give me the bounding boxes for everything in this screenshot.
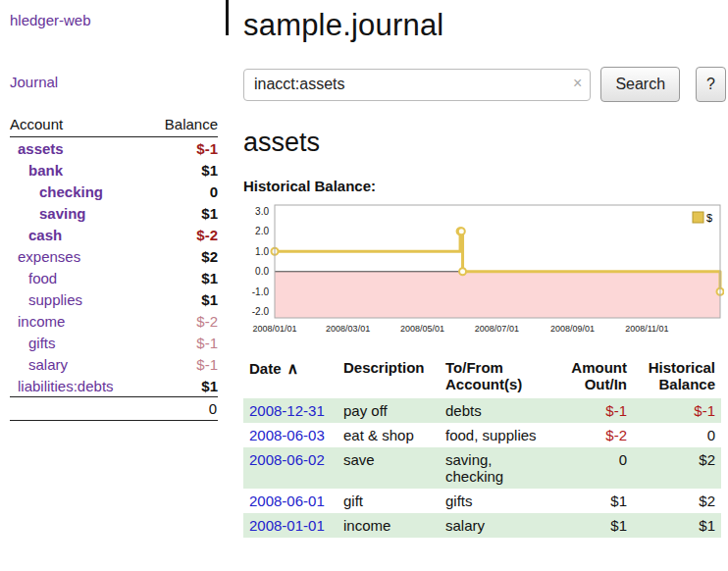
account-row: saving $1 — [10, 202, 218, 224]
svg-text:2008/05/01: 2008/05/01 — [400, 324, 444, 334]
svg-text:3.0: 3.0 — [255, 206, 269, 217]
sidebar-account-assets[interactable]: assets — [10, 140, 64, 157]
account-balance: $1 — [201, 291, 218, 308]
transaction-balance: $-1 — [633, 398, 721, 423]
balance-chart: 3.02.01.00.0-1.0-2.02008/01/012008/03/01… — [243, 200, 724, 339]
transaction-row[interactable]: 2008-12-31 pay off debts $-1 $-1 — [243, 398, 721, 423]
svg-text:2008/11/01: 2008/11/01 — [625, 324, 668, 334]
account-row: expenses $2 — [10, 245, 218, 267]
account-row: liabilities:debts $1 — [10, 375, 218, 396]
transaction-amount: $-2 — [557, 423, 633, 447]
transaction-description: save — [338, 447, 440, 489]
svg-text:$: $ — [706, 212, 712, 224]
account-balance: $-2 — [196, 313, 218, 330]
transaction-amount: 0 — [557, 447, 633, 489]
sidebar-account-salary[interactable]: salary — [10, 356, 68, 373]
transaction-accounts: salary — [440, 513, 557, 538]
transaction-date-link[interactable]: 2008-01-01 — [249, 517, 325, 534]
accounts-total-row: 0 — [10, 396, 218, 421]
svg-text:1.0: 1.0 — [255, 246, 269, 257]
account-balance: 0 — [210, 183, 218, 200]
account-row: assets $-1 — [10, 137, 218, 159]
transaction-accounts: debts — [440, 398, 557, 423]
transaction-date-link[interactable]: 2008-06-01 — [249, 493, 325, 509]
accounts-table-header: Account Balance — [10, 114, 218, 137]
search-input[interactable] — [243, 69, 591, 101]
header-tofrom-accounts: To/From Account(s) — [440, 357, 557, 398]
transaction-description: income — [338, 513, 440, 538]
transactions-header-row: Date∧ Description To/From Account(s) Amo… — [243, 357, 721, 398]
svg-text:2008/07/01: 2008/07/01 — [475, 324, 519, 334]
account-row: bank $1 — [10, 159, 218, 181]
sidebar-account-supplies[interactable]: supplies — [10, 291, 82, 308]
accounts-header-account: Account — [10, 116, 63, 132]
header-date[interactable]: Date∧ — [243, 357, 338, 398]
transaction-date-link[interactable]: 2008-06-02 — [249, 451, 325, 468]
header-description: Description — [338, 357, 440, 398]
sort-ascending-icon[interactable]: ∧ — [287, 360, 299, 377]
sidebar-account-gifts[interactable]: gifts — [10, 335, 56, 351]
clear-search-icon[interactable]: × — [573, 75, 582, 92]
search-button[interactable]: Search — [600, 67, 680, 102]
account-balance: $1 — [201, 162, 218, 179]
transaction-accounts: gifts — [440, 489, 557, 513]
transaction-row[interactable]: 2008-01-01 income salary $1 $1 — [243, 513, 721, 538]
transaction-description: eat & shop — [338, 423, 440, 447]
transaction-accounts: saving, checking — [440, 447, 557, 489]
svg-text:2.0: 2.0 — [255, 226, 269, 236]
account-balance: $1 — [201, 378, 218, 394]
transaction-row[interactable]: 2008-06-02 save saving, checking 0 $2 — [243, 447, 721, 489]
sidebar-account-checking[interactable]: checking — [10, 183, 103, 200]
accounts-table: Account Balance assets $-1 bank $1 check… — [10, 114, 218, 421]
account-balance: $-1 — [196, 335, 218, 351]
svg-text:2008/01/01: 2008/01/01 — [252, 324, 296, 334]
transaction-row[interactable]: 2008-06-03 eat & shop food, supplies $-2… — [243, 423, 721, 447]
svg-text:-1.0: -1.0 — [252, 286, 270, 297]
transaction-row[interactable]: 2008-06-01 gift gifts $1 $2 — [243, 489, 721, 513]
account-row: income $-2 — [10, 310, 218, 332]
sidebar-account-liabilities-debts[interactable]: liabilities:debts — [10, 378, 114, 394]
sidebar-account-saving[interactable]: saving — [10, 205, 86, 222]
transaction-date-link[interactable]: 2008-12-31 — [249, 402, 325, 419]
svg-text:-2.0: -2.0 — [252, 306, 270, 317]
sidebar-account-income[interactable]: income — [10, 313, 65, 330]
search-form: × Search ? — [243, 67, 726, 102]
svg-text:0.0: 0.0 — [255, 266, 269, 277]
transaction-balance: 0 — [633, 423, 721, 447]
account-balance: $-2 — [196, 227, 218, 243]
account-row: cash $-2 — [10, 224, 218, 245]
account-row: supplies $1 — [10, 288, 218, 310]
sidebar: hledger-web Journal Account Balance asse… — [0, 0, 228, 421]
sidebar-account-expenses[interactable]: expenses — [10, 248, 80, 265]
sidebar-item-journal[interactable]: Journal — [10, 74, 218, 90]
account-balance: $1 — [201, 205, 218, 222]
transaction-balance: $2 — [633, 447, 721, 489]
account-row: food $1 — [10, 267, 218, 288]
account-heading: assets — [243, 128, 726, 158]
account-balance: $-1 — [196, 356, 218, 373]
account-row: gifts $-1 — [10, 332, 218, 353]
sidebar-account-bank[interactable]: bank — [10, 162, 63, 179]
svg-text:2008/09/01: 2008/09/01 — [550, 324, 595, 334]
accounts-header-balance: Balance — [165, 116, 218, 132]
main-content: sample.journal × Search ? assets Histori… — [243, 0, 726, 538]
account-row: checking 0 — [10, 181, 218, 202]
sidebar-divider — [226, 0, 229, 35]
page-title: sample.journal — [243, 8, 726, 43]
chart-title: Historical Balance: — [243, 178, 726, 194]
header-historical-balance: Historical Balance — [633, 357, 721, 398]
transaction-description: gift — [338, 489, 440, 513]
search-box: × — [243, 69, 591, 101]
app-title-link[interactable]: hledger-web — [10, 12, 218, 28]
transaction-amount: $-1 — [557, 398, 633, 423]
transaction-amount: $1 — [557, 513, 633, 538]
account-balance: $2 — [201, 248, 218, 265]
sidebar-account-cash[interactable]: cash — [10, 227, 62, 243]
transactions-table: Date∧ Description To/From Account(s) Amo… — [243, 357, 721, 538]
transaction-date-link[interactable]: 2008-06-03 — [249, 427, 325, 443]
help-button[interactable]: ? — [696, 67, 726, 102]
transaction-amount: $1 — [557, 489, 633, 513]
sidebar-account-food[interactable]: food — [10, 270, 57, 286]
account-balance: $-1 — [196, 140, 218, 157]
transaction-balance: $2 — [633, 489, 721, 513]
